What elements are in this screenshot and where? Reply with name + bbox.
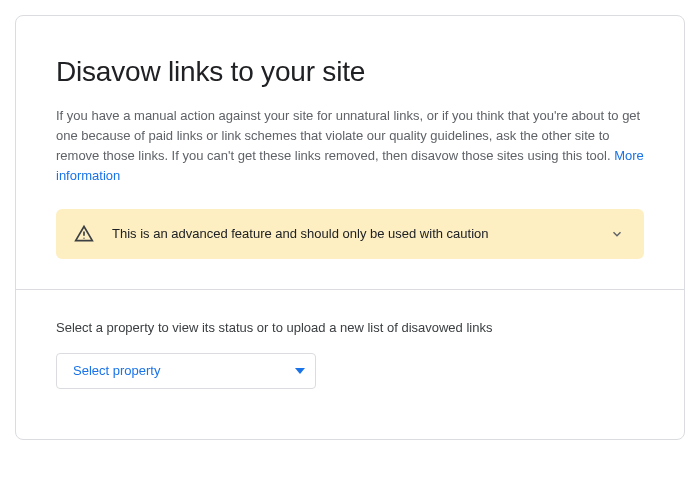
page-title: Disavow links to your site [56, 56, 644, 88]
warning-banner[interactable]: This is an advanced feature and should o… [56, 209, 644, 259]
disavow-card: Disavow links to your site If you have a… [15, 15, 685, 440]
warning-text: This is an advanced feature and should o… [112, 226, 608, 241]
description-text: If you have a manual action against your… [56, 106, 644, 187]
property-select-placeholder: Select property [73, 363, 160, 378]
section-top: Disavow links to your site If you have a… [16, 16, 684, 289]
svg-point-1 [83, 237, 84, 238]
chevron-down-icon [608, 225, 626, 243]
section-bottom: Select a property to view its status or … [16, 290, 684, 439]
property-select[interactable]: Select property [56, 353, 316, 389]
warning-triangle-icon [74, 224, 94, 244]
dropdown-triangle-icon [295, 368, 305, 374]
property-select-label: Select a property to view its status or … [56, 320, 644, 335]
description-body: If you have a manual action against your… [56, 108, 640, 163]
